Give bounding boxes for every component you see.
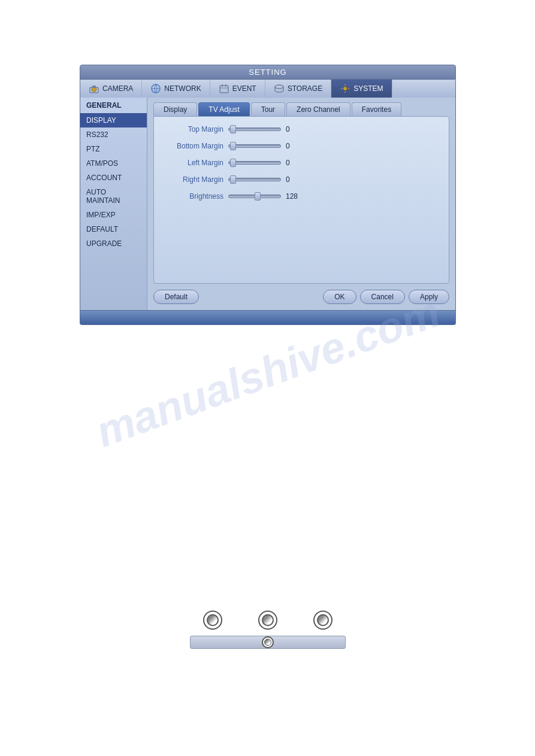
nav-label-system: SYSTEM — [353, 84, 383, 93]
right-margin-value: 0 — [286, 175, 304, 184]
sidebar-item-rs232[interactable]: RS232 — [80, 127, 147, 142]
svg-rect-2 — [92, 86, 96, 88]
top-margin-label: Top Margin — [164, 125, 223, 133]
main-content: GENERAL DISPLAY RS232 PTZ ATM/POS ACCOUN… — [80, 98, 456, 311]
top-nav: CAMERA NETWORK EVENT — [80, 80, 456, 98]
nav-item-camera[interactable]: CAMERA — [80, 80, 142, 98]
nav-label-network: NETWORK — [164, 84, 201, 93]
right-margin-label: Right Margin — [164, 175, 223, 184]
right-margin-slider[interactable] — [228, 178, 281, 181]
right-margin-thumb[interactable] — [230, 175, 236, 184]
left-margin-value: 0 — [286, 159, 304, 167]
slider-row-bottom-margin: Bottom Margin 0 — [164, 142, 439, 150]
tab-tour[interactable]: Tour — [251, 102, 285, 116]
left-margin-slider[interactable] — [228, 161, 281, 165]
slider-row-top-margin: Top Margin 0 — [164, 125, 439, 133]
sub-tabs: Display TV Adjust Tour Zero Channel Favo… — [147, 98, 455, 116]
title-bar: SETTING — [80, 65, 456, 80]
right-panel: Display TV Adjust Tour Zero Channel Favo… — [147, 98, 455, 310]
svg-rect-5 — [220, 86, 228, 93]
bottom-margin-value: 0 — [286, 142, 304, 150]
bottom-icons-area — [0, 611, 535, 649]
nav-item-network[interactable]: NETWORK — [142, 80, 210, 98]
nav-label-event: EVENT — [232, 84, 256, 93]
sidebar-section-general: GENERAL — [80, 98, 147, 113]
apply-button[interactable]: Apply — [409, 290, 449, 304]
icon-circle-small — [262, 636, 274, 648]
sidebar-item-upgrade[interactable]: UPGRADE — [80, 236, 147, 251]
nav-label-camera: CAMERA — [102, 84, 133, 93]
sidebar-item-atm-pos[interactable]: ATM/POS — [80, 156, 147, 171]
tab-favorites[interactable]: Favorites — [352, 102, 401, 116]
brightness-slider[interactable] — [228, 195, 281, 198]
top-margin-thumb[interactable] — [230, 125, 236, 133]
bottom-margin-label: Bottom Margin — [164, 142, 223, 150]
top-margin-slider[interactable] — [228, 127, 281, 131]
sidebar-item-ptz[interactable]: PTZ — [80, 142, 147, 156]
event-icon — [219, 83, 229, 94]
top-margin-value: 0 — [286, 125, 304, 133]
sidebar-item-account[interactable]: ACCOUNT — [80, 171, 147, 185]
svg-point-10 — [343, 87, 347, 90]
slider-row-brightness: Brightness 128 — [164, 192, 439, 201]
dialog-wrapper: SETTING CAMERA NETWORK — [80, 65, 456, 325]
nav-item-storage[interactable]: STORAGE — [265, 80, 331, 98]
bottom-margin-slider[interactable] — [228, 144, 281, 148]
icon-circle-2 — [258, 611, 277, 630]
footer-bar — [80, 311, 456, 325]
svg-point-9 — [275, 85, 283, 89]
storage-icon — [274, 83, 285, 94]
dialog-title: SETTING — [249, 68, 286, 77]
sidebar-item-display[interactable]: DISPLAY — [80, 113, 147, 127]
system-icon — [340, 83, 350, 94]
tab-tv-adjust[interactable]: TV Adjust — [198, 102, 249, 116]
network-icon — [150, 83, 161, 94]
brightness-thumb[interactable] — [255, 192, 261, 201]
nav-item-system[interactable]: SYSTEM — [331, 80, 392, 98]
slider-row-right-margin: Right Margin 0 — [164, 175, 439, 184]
brightness-value: 128 — [286, 192, 304, 201]
icon-row-1 — [203, 611, 333, 630]
sidebar-item-imp-exp[interactable]: IMP/EXP — [80, 208, 147, 222]
ok-button[interactable]: OK — [323, 290, 356, 304]
tab-zero-channel[interactable]: Zero Channel — [286, 102, 350, 116]
button-group: OK Cancel Apply — [323, 290, 449, 304]
camera-icon — [89, 83, 99, 94]
slider-row-left-margin: Left Margin 0 — [164, 159, 439, 167]
sidebar: GENERAL DISPLAY RS232 PTZ ATM/POS ACCOUN… — [80, 98, 147, 310]
tab-display[interactable]: Display — [153, 102, 197, 116]
nav-item-event[interactable]: EVENT — [210, 80, 265, 98]
sidebar-item-default[interactable]: DEFAULT — [80, 222, 147, 236]
icon-circle-3 — [313, 611, 333, 630]
icon-bar — [190, 636, 346, 649]
cancel-button[interactable]: Cancel — [360, 290, 405, 304]
nav-label-storage: STORAGE — [288, 84, 322, 93]
sidebar-item-auto-maintain[interactable]: AUTO MAINTAIN — [80, 185, 147, 208]
icon-circle-1 — [203, 611, 222, 630]
bottom-margin-thumb[interactable] — [230, 142, 236, 150]
content-box: Top Margin 0 Bottom Margin 0 Left — [153, 116, 449, 284]
brightness-label: Brightness — [164, 192, 223, 201]
default-button[interactable]: Default — [153, 290, 199, 304]
left-margin-label: Left Margin — [164, 159, 223, 167]
bottom-bar: Default OK Cancel Apply — [147, 284, 455, 310]
left-margin-thumb[interactable] — [230, 159, 236, 167]
